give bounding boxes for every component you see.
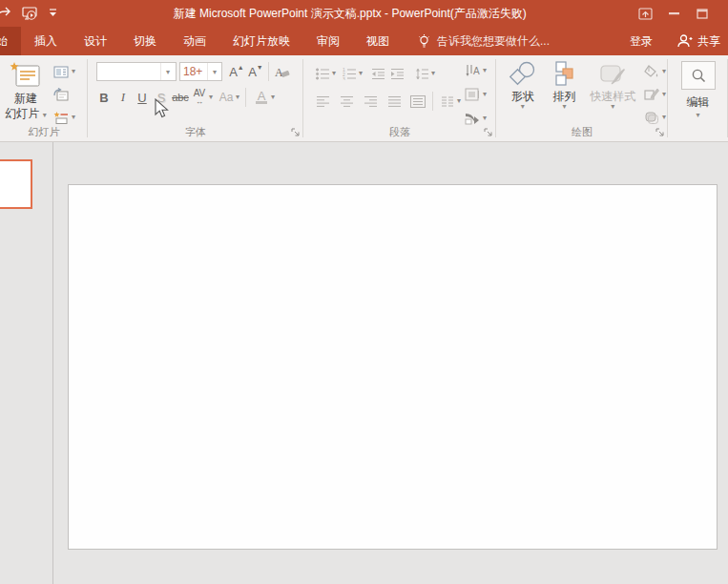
bullets-button[interactable]: [313, 63, 332, 84]
align-text-button[interactable]: ▾: [463, 85, 489, 104]
group-label-drawing: 绘图: [496, 125, 668, 139]
customize-qat-caret-icon[interactable]: [49, 0, 57, 27]
text-shadow-button[interactable]: S: [152, 87, 171, 108]
font-name-combobox[interactable]: ▾: [96, 62, 177, 81]
new-slide-caret-icon: ▾: [43, 111, 47, 119]
numbering-button[interactable]: 123: [340, 63, 359, 84]
font-name-input[interactable]: [97, 63, 160, 80]
text-direction-caret-icon: ▾: [483, 67, 487, 74]
start-slideshow-icon[interactable]: [22, 0, 38, 27]
slide-thumbnail-selected[interactable]: [0, 159, 32, 209]
editing-button[interactable]: 编辑 ▾: [668, 55, 728, 119]
tab-animations[interactable]: 动画: [170, 27, 219, 55]
drawing-dialog-launcher-icon[interactable]: [655, 128, 665, 137]
powerpoint-window: 新建 Microsoft PowerPoint 演示文稿.pptx - Powe…: [0, 0, 728, 584]
line-spacing-icon: [415, 68, 429, 80]
new-slide-label-line2: 幻灯片: [5, 107, 39, 120]
align-left-button[interactable]: [313, 91, 332, 112]
tab-transitions[interactable]: 切换: [120, 27, 170, 55]
increase-font-size-button[interactable]: A▲: [227, 61, 246, 82]
align-right-button[interactable]: [361, 91, 380, 112]
align-text-caret-icon: ▾: [483, 91, 487, 98]
numbering-caret-icon[interactable]: ▾: [359, 70, 363, 77]
group-font: ▾ ▾ A▲ A▼ A B I U S abc AV: [88, 55, 303, 141]
align-center-button[interactable]: [337, 91, 356, 112]
sign-in-button[interactable]: 登录: [614, 27, 668, 55]
redo-icon[interactable]: [0, 0, 11, 27]
ribbon-display-options-icon[interactable]: [631, 0, 659, 27]
italic-button[interactable]: I: [114, 87, 133, 108]
shape-effects-caret-icon: ▾: [662, 114, 666, 121]
line-spacing-caret-icon[interactable]: ▾: [431, 70, 435, 77]
shapes-caret-icon: ▾: [521, 103, 525, 111]
group-editing: 编辑 ▾: [668, 55, 728, 141]
distribute-text-button[interactable]: [408, 91, 427, 112]
font-color-label: A: [258, 91, 266, 101]
shapes-button[interactable]: 形状 ▾: [502, 58, 544, 127]
arrange-icon: [551, 61, 578, 88]
clear-formatting-button[interactable]: A: [272, 61, 291, 82]
font-size-combobox[interactable]: ▾: [179, 62, 222, 81]
group-paragraph: ▾ 123 ▾ ▾: [303, 55, 496, 141]
layout-button[interactable]: ▾: [52, 62, 77, 81]
align-right-icon: [364, 95, 378, 108]
shapes-label: 形状: [511, 90, 534, 103]
shape-fill-button[interactable]: ▾: [642, 62, 668, 81]
reset-button[interactable]: [52, 85, 77, 104]
align-left-icon: [316, 95, 330, 108]
tab-slideshow[interactable]: 幻灯片放映: [219, 27, 303, 55]
shape-fill-icon: [644, 65, 659, 78]
bullets-caret-icon[interactable]: ▾: [332, 70, 336, 77]
new-slide-button[interactable]: 新建 幻灯片 ▾: [0, 58, 52, 127]
shapes-icon: [509, 61, 537, 88]
tab-insert[interactable]: 插入: [21, 27, 71, 55]
change-case-caret-icon[interactable]: ▾: [236, 94, 239, 101]
tab-design[interactable]: 设计: [71, 27, 120, 55]
shape-effects-icon: [644, 111, 659, 124]
decrease-font-size-button[interactable]: A▼: [246, 61, 265, 82]
bold-button[interactable]: B: [94, 87, 114, 108]
maximize-icon[interactable]: [688, 0, 717, 27]
group-label-slides: 幻灯片: [0, 125, 88, 139]
font-size-dropdown-icon[interactable]: ▾: [207, 63, 221, 80]
tab-home[interactable]: 开始: [0, 27, 21, 55]
shape-effects-button[interactable]: ▾: [642, 108, 668, 127]
slide-editing-area[interactable]: [68, 184, 718, 550]
paragraph-dialog-launcher-icon[interactable]: [484, 128, 493, 137]
tab-view[interactable]: 视图: [353, 27, 403, 55]
font-name-dropdown-icon[interactable]: ▾: [160, 63, 175, 80]
columns-caret-icon[interactable]: ▾: [457, 97, 461, 105]
font-size-input[interactable]: [180, 63, 207, 80]
justify-button[interactable]: [385, 91, 404, 112]
strikethrough-button[interactable]: abc: [171, 87, 190, 108]
font-color-caret-icon[interactable]: ▾: [271, 94, 275, 101]
ribbon: 新建 幻灯片 ▾ ▾ ▾ 幻灯片: [0, 55, 728, 142]
tab-review[interactable]: 审阅: [303, 27, 353, 55]
line-spacing-button[interactable]: [412, 63, 431, 84]
group-slides: 新建 幻灯片 ▾ ▾ ▾ 幻灯片: [0, 55, 88, 141]
minimize-icon[interactable]: [659, 0, 688, 27]
change-case-button[interactable]: Aa: [217, 87, 236, 108]
slide-thumbnail-panel[interactable]: [0, 142, 53, 584]
increase-indent-button[interactable]: [387, 63, 406, 84]
section-icon: [53, 111, 69, 124]
tell-me-box[interactable]: 告诉我您想要做什么...: [418, 27, 550, 55]
editing-caret-icon: ▾: [696, 112, 699, 119]
align-text-icon: [465, 88, 480, 101]
font-color-button[interactable]: A: [252, 87, 271, 108]
quick-styles-button[interactable]: 快速样式 ▾: [585, 58, 640, 127]
shape-outline-button[interactable]: ▾: [642, 85, 668, 104]
increase-indent-icon: [390, 68, 405, 80]
layout-icon: [53, 66, 69, 78]
character-spacing-button[interactable]: AV↔: [190, 87, 209, 108]
section-button[interactable]: ▾: [52, 108, 77, 127]
columns-button[interactable]: [438, 91, 457, 112]
text-direction-button[interactable]: A ▾: [463, 61, 489, 80]
font-dialog-launcher-icon[interactable]: [291, 128, 301, 137]
decrease-indent-button[interactable]: [368, 63, 387, 84]
section-caret-icon: ▾: [72, 114, 75, 121]
underline-button[interactable]: U: [133, 87, 152, 108]
share-button[interactable]: 共享: [668, 27, 728, 55]
character-spacing-caret-icon[interactable]: ▾: [209, 94, 213, 101]
arrange-button[interactable]: 排列 ▾: [544, 58, 586, 127]
